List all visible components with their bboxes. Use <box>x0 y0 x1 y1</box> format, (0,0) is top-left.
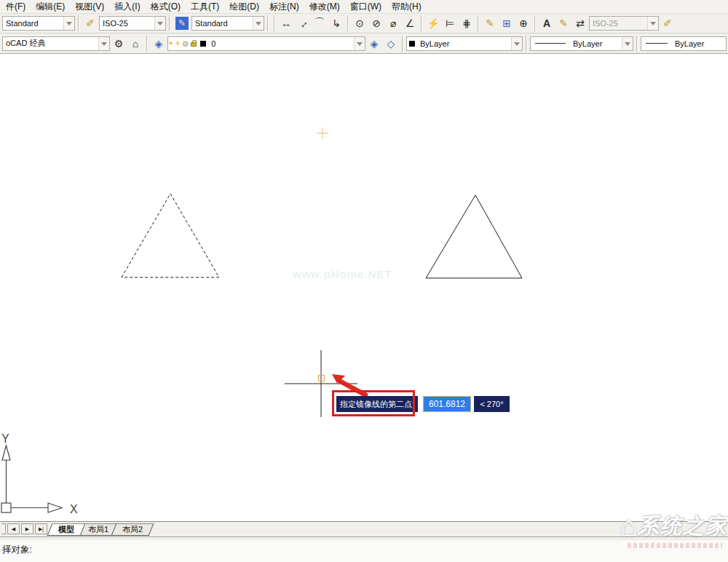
radius-dimension-icon[interactable]: ⊙ <box>352 15 368 31</box>
menu-dimension[interactable]: 标注(N) <box>264 0 304 15</box>
text-style-icon[interactable]: ✎ <box>175 17 189 30</box>
menu-view[interactable]: 视图(V) <box>70 0 109 15</box>
center-mark-icon[interactable]: ⊕ <box>515 15 531 31</box>
chevron-down-icon[interactable] <box>154 17 165 30</box>
toolbar-separator <box>267 15 269 31</box>
ordinate-dimension-icon[interactable]: ↳ <box>328 15 344 31</box>
tab-model-label: 模型 <box>58 524 74 535</box>
chevron-down-icon[interactable] <box>511 37 522 50</box>
chevron-down-icon[interactable] <box>622 37 633 50</box>
diameter-dimension-icon[interactable]: ⌀ <box>385 15 401 31</box>
menu-format[interactable]: 格式(O) <box>146 0 186 15</box>
tolerance-icon[interactable]: ⊞ <box>499 15 515 31</box>
tab-nav-next-button[interactable]: ▶ <box>21 523 33 534</box>
layer-previous-icon[interactable]: ◇ <box>383 36 399 52</box>
dim-edit-icon[interactable]: ✎ <box>555 15 571 31</box>
text-style-combo[interactable]: Standard <box>191 16 264 31</box>
linetype-preview <box>535 43 566 44</box>
drawing-canvas[interactable] <box>0 54 728 521</box>
multileader-icon[interactable]: ✎ <box>482 15 498 31</box>
menu-window[interactable]: 窗口(W) <box>345 0 387 15</box>
baseline-dimension-icon[interactable]: ⊨ <box>442 15 458 31</box>
workspace-settings-gear-icon[interactable]: ⚙ <box>111 36 127 52</box>
tab-nav-last-button[interactable]: ▶| <box>35 523 47 534</box>
layer-lock-icon[interactable] <box>191 42 197 47</box>
layer-properties-icon[interactable]: ◈ <box>151 36 167 52</box>
menu-bar: 件(F) 编辑(E) 视图(V) 插入(I) 格式(O) 工具(T) 绘图(D)… <box>0 0 728 14</box>
tab-nav-prev-button[interactable]: ◀ <box>7 523 20 534</box>
toolbar-separator <box>146 36 148 52</box>
current-style-combo[interactable]: Standard <box>2 16 75 31</box>
quick-dimension-icon[interactable]: ⚡ <box>425 15 441 31</box>
menu-modify[interactable]: 修改(M) <box>304 0 345 15</box>
layer-color-swatch <box>200 41 206 47</box>
toolbar-separator <box>636 36 638 52</box>
dim-style-value: ISO-25 <box>100 19 154 28</box>
menu-file[interactable]: 件(F) <box>1 0 31 15</box>
menu-tools[interactable]: 工具(T) <box>186 0 224 15</box>
toolbar-separator <box>169 15 170 31</box>
toolbar-separator <box>402 36 403 52</box>
chevron-down-icon[interactable] <box>354 37 365 50</box>
chevron-down-icon[interactable] <box>253 17 264 30</box>
layer-plot-icon[interactable]: ◍ <box>182 40 189 47</box>
toolbar-separator <box>534 15 536 31</box>
dim-style-icon[interactable]: ✐ <box>660 15 676 31</box>
dynamic-input-angle-field[interactable]: < 270° <box>474 396 510 412</box>
current-style-value: Standard <box>3 19 63 28</box>
lineweight-combo[interactable]: ByLayer <box>641 36 727 51</box>
menu-insert[interactable]: 插入(I) <box>109 0 145 15</box>
command-prompt-text[interactable]: 择对象: <box>0 539 728 556</box>
dim-text-edit-icon[interactable]: A <box>539 15 555 31</box>
dim-update-icon[interactable]: ⇄ <box>572 15 588 31</box>
toolbar-workspace-layers: oCAD 经典 ⚙ ⌂ ◈ ● ☀ ◍ 0 ◈ ◇ ByLayer ByLaye… <box>0 33 728 54</box>
chevron-down-icon <box>647 17 658 30</box>
dim-style-combo[interactable]: ISO-25 <box>99 16 166 31</box>
tab-model[interactable]: 模型 <box>47 523 86 536</box>
tab-layout2-label: 布局2 <box>122 524 143 535</box>
home-icon[interactable]: ⌂ <box>127 36 143 52</box>
tab-layout2[interactable]: 布局2 <box>111 523 154 536</box>
linetype-value: ByLayer <box>570 39 622 48</box>
menu-help[interactable]: 帮助(H) <box>387 0 427 15</box>
layer-combo[interactable]: ● ☀ ◍ 0 <box>167 36 365 51</box>
dim-style-edit-icon[interactable]: ✐ <box>82 15 98 31</box>
center-watermark: www.pHome.NET <box>293 268 392 280</box>
toolbar-separator <box>478 15 479 31</box>
lineweight-value: ByLayer <box>672 39 726 48</box>
toolbar-separator <box>78 15 79 31</box>
workspace-combo[interactable]: oCAD 经典 <box>2 36 110 51</box>
toolbar-separator <box>274 15 275 31</box>
tab-nav-first-button[interactable] <box>1 523 6 534</box>
workspace-value: oCAD 经典 <box>3 38 98 49</box>
color-value: ByLayer <box>417 39 511 48</box>
color-swatch <box>409 41 415 47</box>
pickbox-cursor <box>318 375 325 381</box>
layout-tab-bar: ◀ ▶ ▶| 模型 布局1 布局2 <box>0 521 728 537</box>
lineweight-preview <box>646 43 668 44</box>
chevron-down-icon[interactable] <box>98 37 109 50</box>
angular-dimension-icon[interactable]: ∠ <box>402 15 418 31</box>
command-line-window[interactable]: 择对象: <box>0 537 728 562</box>
layer-freeze-sun-icon[interactable]: ☀ <box>174 40 181 47</box>
color-combo[interactable]: ByLayer <box>406 36 523 51</box>
toolbar-separator <box>347 15 349 31</box>
chevron-down-icon[interactable] <box>63 17 74 30</box>
red-annotation-rectangle <box>332 390 415 416</box>
aligned-dimension-icon[interactable]: ↔ <box>291 12 314 34</box>
dynamic-input-distance-field[interactable]: 601.6812 <box>423 396 471 412</box>
layer-name: 0 <box>208 39 354 48</box>
layer-states-icon[interactable]: ◈ <box>366 36 382 52</box>
text-style-value: Standard <box>192 19 253 28</box>
toolbar-separator <box>421 15 422 31</box>
layout-tabs: 模型 布局1 布局2 <box>53 523 151 536</box>
toolbar-styles-dimension: Standard ✐ ISO-25 ✎ Standard ↔ ↔ ⌒ ↳ ⊙ ⊘… <box>0 14 728 33</box>
jogged-dimension-icon[interactable]: ⊘ <box>368 15 384 31</box>
linetype-combo[interactable]: ByLayer <box>530 36 633 51</box>
layer-on-bulb-icon[interactable]: ● <box>169 40 173 47</box>
menu-edit[interactable]: 编辑(E) <box>31 0 70 15</box>
tab-layout1-label: 布局1 <box>88 524 108 535</box>
menu-draw[interactable]: 绘图(D) <box>224 0 264 15</box>
continue-dimension-icon[interactable]: ⋕ <box>459 15 475 31</box>
toolbar-separator <box>526 36 527 52</box>
